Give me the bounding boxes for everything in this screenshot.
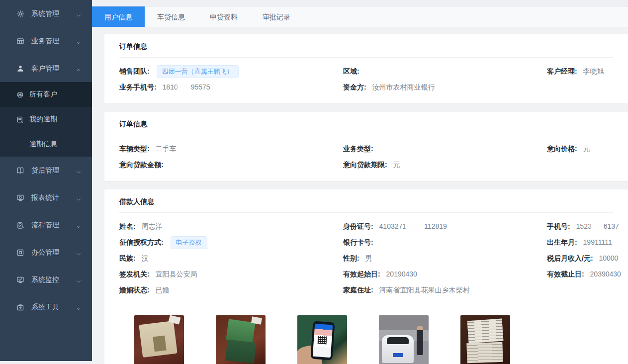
field-label: 家庭住址:: [343, 286, 373, 294]
sidebar-item-report-statistics[interactable]: 报表统计: [0, 184, 92, 211]
sidebar-item-customer-management[interactable]: 客户管理: [0, 55, 92, 82]
field-label: 银行卡号:: [343, 238, 373, 246]
field-label: 有效截止日:: [547, 270, 584, 278]
credit-auth-tag[interactable]: 电子授权: [171, 236, 207, 249]
field-label: 民族:: [119, 254, 136, 262]
field-label: 区域:: [343, 67, 359, 75]
grid-icon: [16, 37, 24, 45]
sidebar-item-overdue-info[interactable]: 逾期信息: [0, 132, 92, 157]
sidebar-item-label: 报表统计: [31, 193, 59, 202]
field-income: 税后月收入/元: 10000: [547, 254, 618, 263]
field-value: 周志洋: [142, 222, 163, 230]
order-info-card-1: 订单信息 销售团队: 四团一营（直属王鹏飞） 区域: 客户经理: 李晓旭: [104, 34, 628, 103]
sidebar-item-label: 业务管理: [31, 37, 59, 46]
field-gender: 性别: 男: [343, 254, 547, 263]
redaction-blur: [592, 222, 603, 230]
field-loan-term: 意向贷款期限: 元: [343, 161, 547, 170]
field-value: 宜阳县公安局: [156, 270, 197, 278]
card-title: 借款人信息: [119, 189, 613, 213]
sidebar-item-label: 我的逾期: [29, 115, 57, 124]
tab-car-loan-info[interactable]: 车贷信息: [145, 6, 197, 27]
field-label: 业务手机号:: [119, 83, 157, 91]
user-icon: [16, 65, 24, 73]
sidebar-item-label: 所有客户: [29, 90, 57, 99]
field-value: 元: [583, 145, 590, 153]
sidebar-item-postloan-management[interactable]: 贷后管理: [0, 157, 92, 184]
field-value: 181095575: [163, 83, 210, 91]
field-label: 意向贷款期限:: [343, 161, 387, 169]
sidebar-submenu-customer: 所有客户 我的逾期 逾期信息: [0, 82, 92, 157]
field-value: 15236137: [576, 222, 619, 230]
field-funder: 资金方: 汝州市农村商业银行: [343, 83, 547, 92]
photo-item: 人车照: [379, 315, 429, 364]
borrower-info-card: 借款人信息 姓名: 周志洋 身份证号: 4103271112819 手机号: 1…: [104, 189, 628, 364]
field-issuer: 签发机关: 宜阳县公安局: [119, 270, 343, 279]
sidebar-item-label: 客户管理: [31, 64, 59, 73]
field-birth: 出生年月: 19911111: [547, 238, 613, 247]
chevron-down-icon: [76, 168, 81, 173]
field-marital-status: 婚姻状态: 已婚: [119, 286, 343, 295]
photo-id-card[interactable]: [134, 315, 184, 364]
chevron-down-icon: [76, 223, 81, 228]
field-customer-manager: 客户经理: 李晓旭: [547, 67, 613, 76]
photo-item: 身份证: [134, 315, 184, 364]
photo-item: 授权码: [297, 315, 347, 364]
photo-green-booklet[interactable]: [216, 315, 266, 364]
book-icon: [16, 167, 24, 175]
field-id-number: 身份证号: 4103271112819: [343, 222, 547, 231]
photo-person-with-car[interactable]: [379, 315, 429, 364]
field-label: 征信授权方式:: [119, 238, 164, 246]
sidebar-item-system-monitor[interactable]: 系统监控: [0, 266, 92, 293]
top-strip: [92, 0, 628, 6]
sidebar-item-all-customers[interactable]: 所有客户: [0, 82, 92, 107]
tab-user-info[interactable]: 用户信息: [92, 6, 145, 27]
field-label: 婚姻状态:: [119, 286, 150, 294]
field-valid-to: 有效截止日: 20390430: [547, 270, 621, 279]
chevron-down-icon: [76, 305, 81, 310]
sidebar-item-system-management[interactable]: 系统管理: [0, 0, 92, 27]
redaction-blur: [179, 83, 190, 91]
field-label: 意向贷款金额:: [119, 161, 164, 169]
photo-item: 其他材料: [460, 315, 510, 364]
field-loan-amount: 意向贷款金额:: [119, 161, 343, 170]
photo-phone-qr-code[interactable]: [297, 315, 347, 364]
sidebar-item-label: 系统工具: [31, 303, 59, 312]
field-label: 性别:: [343, 254, 359, 262]
sidebar-item-business-management[interactable]: 业务管理: [0, 27, 92, 55]
field-value: 河南省宜阳县花果山乡木柴村: [379, 286, 470, 294]
sidebar: 系统管理 业务管理 客户管理 所有客户 我的逾期 逾期信息: [0, 0, 92, 361]
field-region: 区域:: [343, 67, 547, 76]
sidebar-item-system-tools[interactable]: 系统工具: [0, 293, 92, 321]
chevron-down-icon: [76, 277, 81, 282]
sidebar-item-label: 办公管理: [31, 248, 59, 257]
main-area: 用户信息 车贷信息 申贷资料 审批记录 订单信息 销售团队: 四团一营（直属王鹏…: [92, 0, 628, 364]
field-intent-price: 意向价格: 元: [547, 145, 613, 154]
chevron-down-icon: [76, 11, 81, 16]
sales-team-tag[interactable]: 四团一营（直属王鹏飞）: [157, 65, 239, 78]
field-label: 资金方:: [343, 83, 366, 91]
field-label: 销售团队:: [119, 67, 150, 75]
field-label: 手机号:: [547, 222, 570, 230]
field-label: 出生年月:: [547, 238, 577, 246]
chevron-down-icon: [76, 39, 81, 44]
sidebar-item-label: 流程管理: [31, 221, 59, 230]
field-value: 元: [393, 161, 400, 169]
chevron-up-icon: [76, 66, 81, 71]
field-sales-team: 销售团队: 四团一营（直属王鹏飞）: [119, 65, 343, 78]
tab-loan-application-docs[interactable]: 申贷资料: [197, 6, 250, 27]
sidebar-item-process-management[interactable]: 流程管理: [0, 211, 92, 239]
sidebar-item-my-overdue[interactable]: 我的逾期: [0, 107, 92, 132]
document-icon: [16, 116, 24, 123]
photo-paper-documents[interactable]: [460, 315, 510, 364]
field-label: 身份证号:: [343, 222, 373, 230]
tab-approval-records[interactable]: 审批记录: [250, 6, 303, 27]
detail-tabs: 用户信息 车贷信息 申贷资料 审批记录: [92, 6, 628, 27]
photo-item: 驾驶证副页: [216, 315, 266, 364]
field-vehicle-type: 车辆类型: 二手车: [119, 145, 343, 154]
card-title: 订单信息: [119, 112, 613, 135]
document-photos: 身份证 驾驶证副页 授权码 人车照 其他材料: [119, 306, 613, 364]
sidebar-item-office-management[interactable]: 办公管理: [0, 239, 92, 266]
field-value: 李晓旭: [583, 67, 604, 75]
field-ethnicity: 民族: 汉: [119, 254, 343, 263]
field-label: 姓名:: [119, 222, 136, 230]
